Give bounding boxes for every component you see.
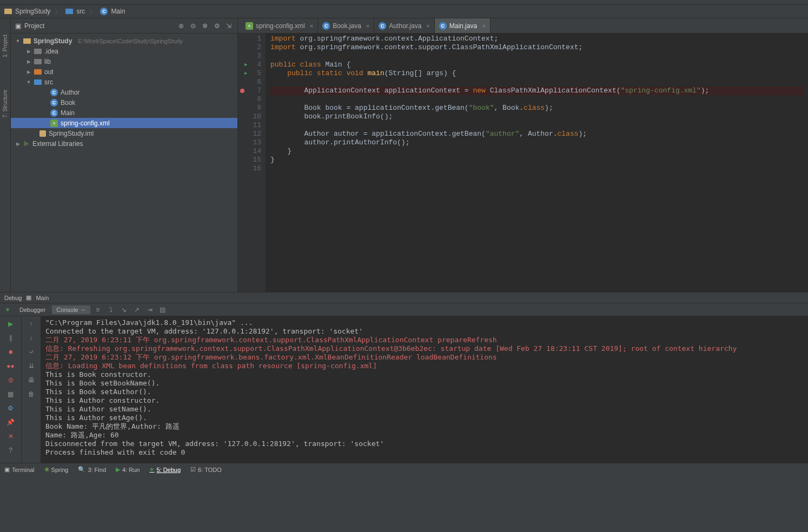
class-icon: C	[379, 22, 386, 30]
help-icon[interactable]: ?	[5, 445, 16, 456]
code-content[interactable]: import org.springframework.context.Appli…	[266, 34, 808, 292]
run-icon: ▶	[116, 466, 120, 473]
close-icon[interactable]: ×	[310, 23, 313, 29]
close-icon[interactable]: ×	[366, 23, 369, 29]
editor-tab[interactable]: CBook.java×	[318, 18, 374, 33]
panel-tool[interactable]: ⇲	[224, 22, 233, 30]
debug-body: ▶ ∥ ■ ●● ⊘ ▦ ⚙ 📌 ✕ ? ↑ ↓ ⤶ ⇊ 🖶 🗑 "C:\Pro…	[0, 316, 808, 463]
spring-icon: ❀	[44, 466, 49, 473]
class-icon: C	[100, 8, 108, 15]
menubar[interactable]	[0, 0, 808, 4]
close-icon[interactable]: ×	[426, 23, 429, 29]
tab-label: Book.java	[333, 22, 361, 30]
close-icon[interactable]: ×	[482, 23, 485, 29]
tree-item-author[interactable]: C Author	[11, 87, 237, 97]
run-config-icon: ▦	[26, 294, 31, 301]
debug-header: Debug ▦ Main	[0, 292, 808, 303]
bottom-debug[interactable]: ✶ 5: Debug	[149, 466, 181, 473]
line-number-gutter[interactable]: 1234▶5▶678910111213141516	[238, 34, 266, 292]
folder-icon	[4, 9, 12, 14]
wrap-icon[interactable]: ⤶	[26, 347, 37, 357]
debug-side-controls: ▶ ∥ ■ ●● ⊘ ▦ ⚙ 📌 ✕ ?	[0, 316, 22, 463]
debug-config[interactable]: Main	[36, 295, 49, 301]
project-panel-header: ▣ Project ⊕ ⊖ ✻ ⚙ ⇲	[11, 18, 237, 34]
editor-tab[interactable]: CMain.java×	[435, 18, 491, 33]
bottom-todo[interactable]: ☑ 6: TODO	[190, 466, 222, 473]
tab-label: Author.java	[389, 22, 421, 30]
settings-icon[interactable]: ⚙	[5, 403, 16, 414]
breadcrumb: SpringStudy 〉 src 〉 C Main	[0, 4, 808, 18]
tree-item-lib[interactable]: ▶ lib	[11, 56, 237, 66]
bottom-find[interactable]: 🔍 3: Find	[78, 466, 106, 473]
evaluate-icon[interactable]: ▤	[157, 304, 168, 315]
print-icon[interactable]: 🖶	[26, 375, 37, 385]
panel-tool[interactable]: ⊕	[177, 22, 186, 30]
toolwindow-project[interactable]: 1: Project	[2, 35, 8, 57]
editor-tabbar: sspring-config.xml×CBook.java×CAuthor.ja…	[238, 18, 808, 34]
project-panel: ▣ Project ⊕ ⊖ ✻ ⚙ ⇲ ▼ SpringStudy E:\Wor…	[11, 18, 238, 292]
main-area: 1: Project 7: Structure ▣ Project ⊕ ⊖ ✻ …	[0, 18, 808, 292]
toolwindow-structure[interactable]: 7: Structure	[2, 90, 8, 118]
debug-toolbar: ✶ Debugger Console → ≡ ⤵ ↘ ↗ ⇥ ▤	[0, 303, 808, 316]
step-out-icon[interactable]: ↗	[131, 304, 142, 315]
rerun-icon[interactable]: ▶	[5, 318, 16, 329]
terminal-icon: ▣	[4, 466, 10, 473]
mute-bp-icon[interactable]: ⊘	[5, 375, 16, 385]
tab-debugger[interactable]: Debugger	[15, 305, 50, 314]
stop-icon[interactable]: ■	[5, 347, 16, 357]
up-icon[interactable]: ↑	[26, 318, 37, 329]
tree-item-spring-config[interactable]: s spring-config.xml	[11, 118, 237, 128]
xml-icon: s	[246, 22, 253, 30]
breakpoints-icon[interactable]: ●●	[5, 361, 16, 371]
breadcrumb-file[interactable]: Main	[111, 8, 125, 15]
bottom-toolbar: ▣ Terminal ❀ Spring 🔍 3: Find ▶ 4: Run ✶…	[0, 463, 808, 476]
step-over-icon[interactable]: ⤵	[105, 304, 116, 315]
class-icon: C	[439, 22, 447, 30]
down-icon[interactable]: ↓	[26, 332, 37, 343]
tree-item-external[interactable]: ▶⫸ External Libraries	[11, 138, 237, 149]
panel-tool[interactable]: ✻	[201, 22, 209, 30]
todo-icon: ☑	[190, 466, 196, 473]
step-icon[interactable]: ≡	[92, 304, 103, 315]
pin-icon[interactable]: 📌	[5, 417, 16, 428]
breadcrumb-project[interactable]: SpringStudy	[15, 8, 50, 15]
tab-console[interactable]: Console →	[52, 305, 90, 314]
console-output[interactable]: "C:\Program Files\Java\jdk1.8.0_191\bin\…	[41, 316, 808, 463]
scroll-icon[interactable]: ⇊	[26, 361, 37, 371]
tree-item-src[interactable]: ▼ src	[11, 77, 237, 87]
folder-icon	[65, 9, 73, 14]
class-icon: C	[322, 22, 330, 30]
tree-item-book[interactable]: C Book	[11, 97, 237, 108]
left-toolwindow-bar: 1: Project 7: Structure	[0, 18, 11, 292]
search-icon: 🔍	[78, 466, 85, 473]
debug-icon: ✶	[149, 466, 154, 473]
editor[interactable]: 1234▶5▶678910111213141516 import org.spr…	[238, 34, 808, 292]
panel-tool[interactable]: ⊖	[189, 22, 197, 30]
tree-item-idea[interactable]: ▶ .idea	[11, 46, 237, 56]
breadcrumb-src[interactable]: src	[76, 8, 85, 15]
editor-area: sspring-config.xml×CBook.java×CAuthor.ja…	[238, 18, 808, 292]
tree-item-main[interactable]: C Main	[11, 108, 237, 118]
debug-title: Debug	[4, 295, 22, 301]
panel-tool[interactable]: ⚙	[213, 22, 221, 30]
bottom-spring[interactable]: ❀ Spring	[44, 466, 69, 473]
close-icon[interactable]: ✕	[5, 431, 16, 442]
clear-icon[interactable]: 🗑	[26, 389, 37, 400]
console-side-controls: ↑ ↓ ⤶ ⇊ 🖶 🗑	[22, 316, 41, 463]
run-marker-icon[interactable]: ▶	[244, 61, 247, 69]
step-into-icon[interactable]: ↘	[118, 304, 129, 315]
editor-tab[interactable]: CAuthor.java×	[374, 18, 434, 33]
tree-item-out[interactable]: ▶ out	[11, 66, 237, 77]
pause-icon[interactable]: ∥	[5, 332, 16, 343]
tree-root[interactable]: ▼ SpringStudy E:\WorkSpace\Code\Study\Sp…	[11, 36, 237, 46]
project-tree[interactable]: ▼ SpringStudy E:\WorkSpace\Code\Study\Sp…	[11, 34, 237, 292]
run-to-cursor-icon[interactable]: ⇥	[144, 304, 155, 315]
panel-icon: ▣	[15, 22, 21, 30]
run-marker-icon[interactable]: ▶	[244, 69, 247, 78]
bottom-run[interactable]: ▶ 4: Run	[116, 466, 140, 473]
editor-tab[interactable]: sspring-config.xml×	[241, 18, 318, 33]
tree-item-iml[interactable]: SpringStudy.iml	[11, 128, 237, 138]
bug-icon[interactable]: ✶	[2, 304, 13, 315]
bottom-terminal[interactable]: ▣ Terminal	[4, 466, 35, 473]
layout-icon[interactable]: ▦	[5, 389, 16, 400]
